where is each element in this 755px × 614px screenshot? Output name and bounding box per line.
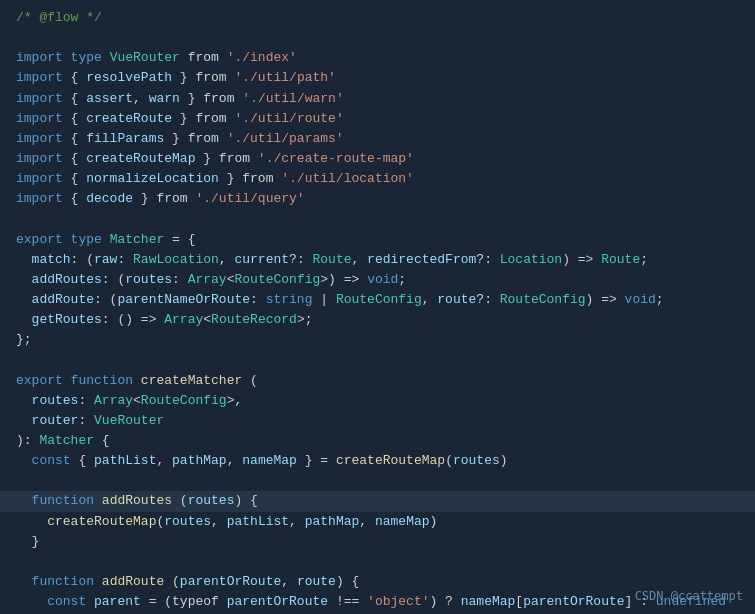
code-token: ) bbox=[500, 451, 508, 471]
code-token: : bbox=[78, 411, 94, 431]
code-token: : ( bbox=[94, 290, 117, 310]
code-line: import { fillParams } from './util/param… bbox=[0, 129, 755, 149]
code-token: , bbox=[281, 572, 297, 592]
code-token: './util/warn' bbox=[242, 89, 343, 109]
code-line: match: (raw: RawLocation, current?: Rout… bbox=[0, 250, 755, 270]
code-token: ?: bbox=[476, 290, 499, 310]
code-token: void bbox=[367, 270, 398, 290]
code-line: /* @flow */ bbox=[0, 8, 755, 28]
code-token: { bbox=[71, 89, 87, 109]
code-line: } bbox=[0, 532, 755, 552]
code-token: } from bbox=[172, 68, 234, 88]
code-token: parentOrRoute bbox=[227, 592, 328, 612]
code-token: | bbox=[312, 290, 335, 310]
code-token: './create-route-map' bbox=[258, 149, 414, 169]
code-token: , bbox=[359, 512, 375, 532]
code-token: : () => bbox=[102, 310, 164, 330]
code-token: < bbox=[203, 310, 211, 330]
code-line: import { createRoute } from './util/rout… bbox=[0, 109, 755, 129]
code-line bbox=[0, 28, 755, 48]
code-token: ) => bbox=[562, 250, 601, 270]
code-line: import { normalizeLocation } from './uti… bbox=[0, 169, 755, 189]
code-token: import bbox=[16, 89, 71, 109]
code-token: : bbox=[78, 391, 94, 411]
code-token: , bbox=[422, 290, 438, 310]
code-token: < bbox=[227, 270, 235, 290]
code-line: routes: Array<RouteConfig>, bbox=[0, 391, 755, 411]
code-token: ?: bbox=[289, 250, 312, 270]
code-token: { bbox=[71, 149, 87, 169]
code-line: function addRoutes (routes) { bbox=[0, 491, 755, 511]
code-token: RouteRecord bbox=[211, 310, 297, 330]
code-token: fillParams bbox=[86, 129, 164, 149]
code-token: , bbox=[211, 512, 227, 532]
code-token: createRouteMap bbox=[336, 451, 445, 471]
code-token: /* @flow */ bbox=[16, 8, 102, 28]
code-line: import { resolvePath } from './util/path… bbox=[0, 68, 755, 88]
code-token: ) bbox=[430, 512, 438, 532]
code-token: createRoute bbox=[86, 109, 172, 129]
code-token: RouteConfig bbox=[234, 270, 320, 290]
code-token: { bbox=[71, 68, 87, 88]
code-token: parent bbox=[94, 592, 141, 612]
code-content: /* @flow */ import type VueRouter from '… bbox=[0, 8, 755, 614]
code-token: pathList bbox=[94, 451, 156, 471]
code-token: './util/params' bbox=[227, 129, 344, 149]
code-token: addRoute bbox=[16, 290, 94, 310]
code-token: createMatcher bbox=[141, 371, 242, 391]
code-token: Matcher bbox=[39, 431, 94, 451]
code-token: createRouteMap bbox=[86, 149, 195, 169]
code-token: normalizeLocation bbox=[86, 169, 219, 189]
code-token: VueRouter bbox=[94, 411, 164, 431]
code-token: nameMap bbox=[461, 592, 516, 612]
code-token: Location bbox=[500, 250, 562, 270]
code-token: { bbox=[71, 169, 87, 189]
code-token: ) ? bbox=[430, 592, 461, 612]
code-token: : bbox=[117, 250, 133, 270]
code-token: } bbox=[16, 532, 39, 552]
code-token: decode bbox=[86, 189, 133, 209]
code-token: 'object' bbox=[367, 592, 429, 612]
code-token: { bbox=[71, 109, 87, 129]
code-token: pathMap bbox=[305, 512, 360, 532]
code-line: import { createRouteMap } from './create… bbox=[0, 149, 755, 169]
code-token: function bbox=[16, 491, 102, 511]
code-token: from bbox=[180, 48, 227, 68]
code-token: parentNameOrRoute bbox=[117, 290, 250, 310]
code-token: Route bbox=[312, 250, 351, 270]
code-token: match bbox=[16, 250, 71, 270]
code-token: Array bbox=[188, 270, 227, 290]
code-token: import bbox=[16, 68, 71, 88]
code-line: router: VueRouter bbox=[0, 411, 755, 431]
code-line: import { decode } from './util/query' bbox=[0, 189, 755, 209]
code-token: import bbox=[16, 129, 71, 149]
code-token: warn bbox=[149, 89, 180, 109]
code-token: import bbox=[16, 149, 71, 169]
code-token: assert bbox=[86, 89, 133, 109]
code-token: type bbox=[71, 48, 110, 68]
code-token: >) => bbox=[320, 270, 367, 290]
code-token: import bbox=[16, 189, 71, 209]
code-line: addRoutes: (routes: Array<RouteConfig>) … bbox=[0, 270, 755, 290]
code-token: } from bbox=[164, 129, 226, 149]
code-token: ( bbox=[242, 371, 258, 391]
code-line: export function createMatcher ( bbox=[0, 371, 755, 391]
code-token: function bbox=[71, 371, 141, 391]
code-token: = { bbox=[164, 230, 195, 250]
code-token: route bbox=[297, 572, 336, 592]
code-token: { bbox=[94, 431, 110, 451]
code-token: routes bbox=[125, 270, 172, 290]
code-token: routes bbox=[16, 391, 78, 411]
code-token: Matcher bbox=[110, 230, 165, 250]
code-token: routes bbox=[164, 512, 211, 532]
code-token: } from bbox=[219, 169, 281, 189]
code-token: addRoutes bbox=[16, 270, 102, 290]
code-token: './util/route' bbox=[234, 109, 343, 129]
code-token: ; bbox=[640, 250, 648, 270]
code-token: export bbox=[16, 230, 71, 250]
code-token: ?: bbox=[476, 250, 499, 270]
code-token: : bbox=[250, 290, 266, 310]
watermark: CSDN @ccattempt bbox=[635, 587, 743, 606]
code-token: < bbox=[133, 391, 141, 411]
code-token: ) { bbox=[234, 491, 257, 511]
